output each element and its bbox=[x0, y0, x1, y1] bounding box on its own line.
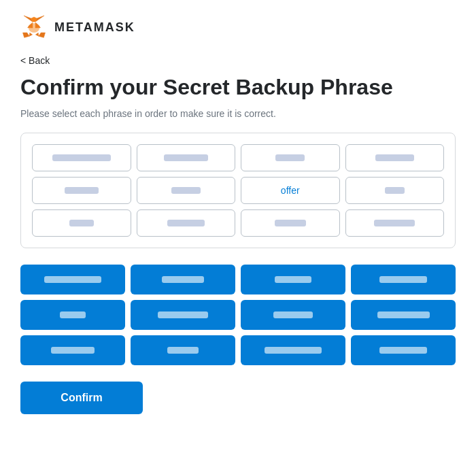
word-buttons-grid bbox=[20, 265, 456, 365]
word-button-11[interactable] bbox=[241, 335, 345, 365]
phrase-slot-2 bbox=[137, 144, 236, 171]
app-logo-text: METAMASK bbox=[54, 20, 135, 35]
phrase-slot-1 bbox=[32, 144, 131, 171]
svg-marker-6 bbox=[29, 33, 32, 36]
word-button-5[interactable] bbox=[20, 300, 125, 330]
phrase-slot-10 bbox=[137, 209, 236, 237]
word-button-7[interactable] bbox=[241, 300, 345, 330]
svg-marker-3 bbox=[23, 33, 30, 37]
metamask-logo-icon bbox=[20, 14, 48, 41]
app-header: METAMASK bbox=[20, 14, 456, 41]
word-button-4[interactable] bbox=[351, 265, 456, 294]
word-button-1[interactable] bbox=[20, 265, 125, 294]
page-subtitle: Please select each phrase in order to ma… bbox=[20, 108, 456, 119]
phrase-slot-3 bbox=[241, 144, 340, 171]
word-button-10[interactable] bbox=[131, 335, 235, 365]
word-button-6[interactable] bbox=[131, 300, 235, 330]
phrase-slot-8 bbox=[345, 177, 445, 204]
page-title: Confirm your Secret Backup Phrase bbox=[20, 74, 456, 100]
phrase-confirmation-area: offer bbox=[20, 133, 456, 248]
word-button-2[interactable] bbox=[131, 265, 235, 294]
svg-marker-2 bbox=[39, 33, 46, 37]
phrase-slot-12 bbox=[345, 209, 445, 237]
svg-point-9 bbox=[29, 23, 39, 33]
word-button-12[interactable] bbox=[351, 335, 456, 365]
word-button-8[interactable] bbox=[351, 300, 456, 330]
svg-marker-7 bbox=[35, 33, 38, 36]
word-button-3[interactable] bbox=[241, 265, 345, 294]
phrase-slots-grid: offer bbox=[32, 144, 444, 237]
phrase-slot-4 bbox=[345, 144, 445, 171]
phrase-slot-9 bbox=[32, 209, 131, 237]
phrase-slot-6 bbox=[137, 177, 236, 204]
word-button-9[interactable] bbox=[20, 335, 125, 365]
phrase-slot-5 bbox=[32, 177, 131, 204]
confirm-button[interactable]: Confirm bbox=[20, 382, 143, 414]
back-button[interactable]: < Back bbox=[20, 55, 50, 66]
phrase-slot-7: offer bbox=[241, 177, 340, 204]
phrase-slot-11 bbox=[241, 209, 340, 237]
phrase-slot-7-text: offer bbox=[281, 185, 300, 196]
